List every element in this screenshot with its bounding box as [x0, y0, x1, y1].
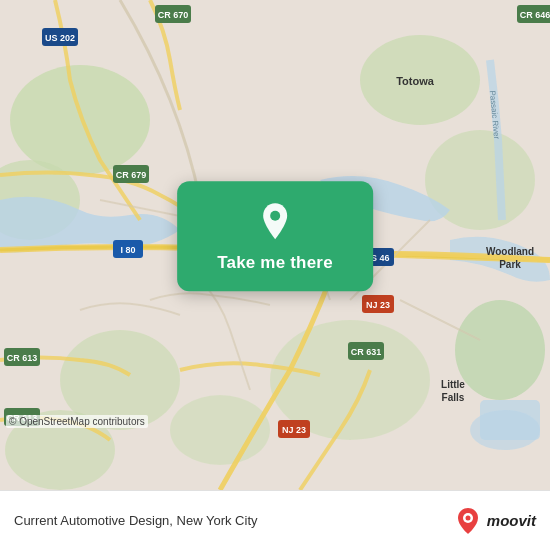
svg-text:Totowa: Totowa: [396, 75, 435, 87]
svg-point-8: [455, 300, 545, 400]
moovit-logo-icon: [453, 506, 483, 536]
svg-text:CR 631: CR 631: [351, 347, 382, 357]
take-me-there-button[interactable]: Take me there: [217, 253, 333, 273]
map-container: CR 670 US 202 CR 679 I 80 US 46 CR 631 N…: [0, 0, 550, 490]
moovit-logo: moovit: [453, 506, 536, 536]
svg-text:Woodland: Woodland: [486, 246, 534, 257]
svg-text:CR 679: CR 679: [116, 170, 147, 180]
svg-point-42: [465, 515, 470, 520]
svg-text:CR 646: CR 646: [520, 10, 550, 20]
svg-point-1: [10, 65, 150, 175]
osm-attribution: © OpenStreetMap contributors: [6, 415, 148, 428]
svg-text:Park: Park: [499, 259, 521, 270]
svg-text:I 80: I 80: [120, 245, 135, 255]
svg-text:US 202: US 202: [45, 33, 75, 43]
bottom-bar: Current Automotive Design, New York City…: [0, 490, 550, 550]
svg-point-40: [270, 211, 280, 221]
osm-attribution-text: © OpenStreetMap contributors: [9, 416, 145, 427]
location-label: Current Automotive Design, New York City: [14, 513, 258, 528]
svg-text:NJ 23: NJ 23: [282, 425, 306, 435]
svg-text:CR 613: CR 613: [7, 353, 38, 363]
svg-text:Falls: Falls: [442, 392, 465, 403]
take-me-there-overlay: Take me there: [177, 181, 373, 291]
svg-text:Little: Little: [441, 379, 465, 390]
svg-text:NJ 23: NJ 23: [366, 300, 390, 310]
location-pin-icon: [253, 199, 297, 243]
svg-text:CR 670: CR 670: [158, 10, 189, 20]
moovit-label: moovit: [487, 512, 536, 529]
green-card[interactable]: Take me there: [177, 181, 373, 291]
svg-point-11: [470, 410, 540, 450]
